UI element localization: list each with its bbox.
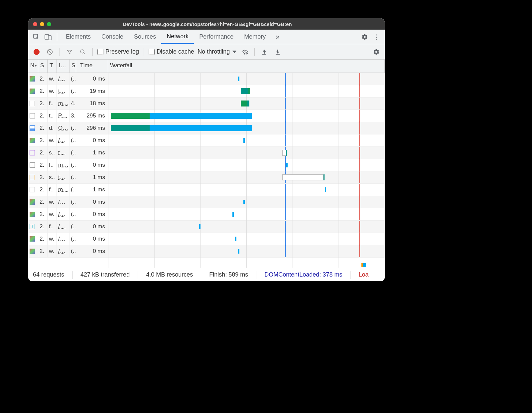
disable-cache-checkbox[interactable]: Disable cache <box>149 48 194 55</box>
cell-name <box>28 171 38 183</box>
header-size[interactable]: S <box>69 60 76 73</box>
cell-status: 2. <box>38 122 48 134</box>
status-load: Loa <box>358 271 368 278</box>
load-marker <box>359 245 360 257</box>
table-row[interactable]: 2.w./…(..0 ms <box>28 208 385 221</box>
table-row[interactable]: 2.w./…(..0 ms <box>28 245 385 258</box>
table-row[interactable]: 2.w.t…(..19 ms <box>28 85 385 98</box>
cell-time: 1 ms <box>76 171 108 183</box>
cell-type: f.. <box>48 184 57 196</box>
download-har-icon[interactable] <box>273 47 283 57</box>
network-conditions-icon[interactable] <box>240 47 250 57</box>
status-resources: 4.0 MB resources <box>146 271 193 278</box>
separator <box>350 271 350 279</box>
table-row[interactable]: 2.w./…(..0 ms <box>28 134 385 147</box>
network-toolbar: Preserve log Disable cache No throttling <box>28 44 385 60</box>
separator <box>72 271 72 279</box>
filter-icon[interactable] <box>65 47 74 57</box>
cell-time: 0 ms <box>76 233 108 245</box>
cell-time: 1 ms <box>76 184 108 196</box>
domcontent-marker <box>285 122 286 134</box>
cell-initiator: /… <box>57 73 69 85</box>
waterfall-tick <box>286 163 288 167</box>
header-initiator[interactable]: I… <box>57 60 69 73</box>
preserve-log-checkbox[interactable]: Preserve log <box>97 48 139 55</box>
domcontent-marker <box>285 196 286 208</box>
table-row[interactable]: 2.f..m…(..1 ms <box>28 184 385 196</box>
tab-memory[interactable]: Memory <box>239 30 271 44</box>
tab-sources[interactable]: Sources <box>129 30 161 44</box>
cell-type: w. <box>48 73 57 85</box>
cell-name <box>28 98 38 109</box>
settings-icon[interactable] <box>359 32 370 42</box>
table-row[interactable]: 2.f..m…(..0 ms <box>28 159 385 171</box>
separator <box>57 33 57 41</box>
status-finish: Finish: 589 ms <box>209 271 248 278</box>
header-type[interactable]: T <box>48 60 57 73</box>
more-tabs-icon[interactable]: » <box>272 32 283 42</box>
tab-network[interactable]: Network <box>161 30 194 44</box>
tab-elements[interactable]: Elements <box>61 30 96 44</box>
cell-initiator: m… <box>57 184 69 196</box>
search-icon[interactable] <box>78 47 88 57</box>
cell-waterfall <box>108 159 385 171</box>
overflow-row-hint <box>361 263 366 267</box>
svg-rect-9 <box>276 54 280 55</box>
cell-type: d. <box>48 122 57 134</box>
cell-name <box>28 122 38 134</box>
separator <box>256 271 256 279</box>
table-row[interactable]: 2.w./…(..0 ms <box>28 73 385 85</box>
header-name[interactable]: N <box>28 60 38 73</box>
cell-name <box>28 196 38 208</box>
record-button[interactable] <box>32 47 42 57</box>
table-row[interactable]: T2.f../…(..0 ms <box>28 221 385 233</box>
cell-waterfall <box>108 98 385 109</box>
dropdown-caret-icon[interactable] <box>232 51 236 53</box>
throttling-dropdown[interactable]: No throttling <box>198 48 230 55</box>
table-row[interactable]: 2.w./…(..0 ms <box>28 233 385 245</box>
table-body: 2.w./…(..0 ms2.w.t…(..19 ms2.f..m…4.18 m… <box>28 73 385 268</box>
header-time[interactable]: Time <box>76 60 108 73</box>
separator <box>201 271 201 279</box>
table-row[interactable]: 2.f..m…4.18 ms <box>28 98 385 110</box>
domcontent-marker <box>285 85 286 97</box>
table-row[interactable]: 2.s..t…(..1 ms <box>28 171 385 184</box>
header-waterfall[interactable]: Waterfall <box>108 60 385 73</box>
kebab-menu-icon[interactable]: ⋮ <box>371 32 382 42</box>
load-marker <box>359 208 360 220</box>
cell-size: (.. <box>69 122 76 134</box>
cell-size: (.. <box>69 196 76 208</box>
cell-initiator: O… <box>57 122 69 134</box>
cell-size: (.. <box>69 233 76 245</box>
cell-status: 2. <box>38 208 48 220</box>
clear-button[interactable] <box>45 47 55 57</box>
table-row[interactable]: 2.d.O…(..296 ms <box>28 122 385 134</box>
header-status[interactable]: S <box>38 60 48 73</box>
panel-settings-icon[interactable] <box>371 47 381 57</box>
waterfall-tick <box>238 249 239 254</box>
cell-size: (.. <box>69 134 76 146</box>
cell-initiator: m… <box>57 159 69 171</box>
cell-type: w. <box>48 245 57 257</box>
status-transferred: 427 kB transferred <box>80 271 130 278</box>
table-row[interactable]: 2.t..P…3.295 ms <box>28 110 385 122</box>
cell-waterfall <box>108 221 385 233</box>
upload-har-icon[interactable] <box>259 47 269 57</box>
waterfall-bar <box>241 101 250 106</box>
tab-performance[interactable]: Performance <box>194 30 239 44</box>
cell-status: 2. <box>38 171 48 183</box>
tab-console[interactable]: Console <box>96 30 129 44</box>
load-marker <box>359 196 360 208</box>
select-element-icon[interactable] <box>31 32 42 42</box>
cell-time: 0 ms <box>76 73 108 85</box>
svg-rect-2 <box>48 36 51 40</box>
separator <box>254 48 255 56</box>
table-row[interactable]: 2.w./…(..0 ms <box>28 196 385 208</box>
table-row[interactable]: 2.s..t…(..1 ms <box>28 147 385 159</box>
device-toggle-icon[interactable] <box>43 32 54 42</box>
cell-size: (.. <box>69 73 76 85</box>
network-table: N S T I… S Time Waterfall 2.w./…(..0 ms2… <box>28 60 385 268</box>
cell-type: w. <box>48 85 57 97</box>
load-marker <box>359 159 360 171</box>
cell-initiator: t… <box>57 171 69 183</box>
